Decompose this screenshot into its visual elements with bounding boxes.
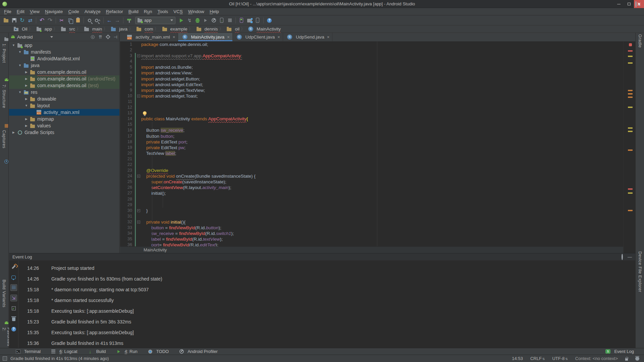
minimize-button[interactable] [614,0,624,8]
copy-icon[interactable] [66,16,74,24]
breadcrumb-item-oil[interactable]: oil [225,25,239,33]
fold-marker-icon[interactable]: − [137,175,140,178]
tree-item-activity-main-xml[interactable]: activity_main.xml [9,109,119,116]
settings-gear-icon[interactable] [106,35,110,39]
menu-navigate[interactable]: Navigate [42,8,65,15]
event-log-entry[interactable]: 15:23Gradle build finished in 5m 38s 332… [18,316,635,327]
undo-icon[interactable]: ↶ [38,16,46,24]
back-icon[interactable]: ← [105,16,113,24]
tree-collapse-arrow-icon[interactable]: ▶ [24,124,28,127]
project-view-selector[interactable]: Android [17,35,33,40]
lock-icon[interactable] [625,358,628,361]
menu-tools[interactable]: Tools [155,8,171,15]
save-icon[interactable] [10,16,18,24]
error-stripe-mark[interactable] [628,50,633,52]
debug-icon[interactable] [194,16,202,24]
event-log-entry[interactable]: 14:26Project setup started [18,263,635,274]
error-stripe-mark[interactable] [628,97,633,98]
build-hammer-icon[interactable] [125,16,133,24]
tree-item-drawable[interactable]: ▶drawable [9,96,119,102]
tree-item-com-example-dennis-oil[interactable]: ▶com.example.dennis.oil [9,69,119,75]
tree-collapse-arrow-icon[interactable]: ▶ [12,131,15,134]
hide-panel-icon[interactable]: ⊣ [114,35,117,40]
paste-icon[interactable] [74,16,82,24]
tree-expand-arrow-icon[interactable]: ▼ [18,64,22,67]
menu-help[interactable]: Help [207,8,222,15]
error-stripe-mark[interactable] [628,192,633,194]
clear-all-icon[interactable] [10,315,17,322]
breadcrumb-item-example[interactable]: example [161,25,187,33]
breadcrumb-item-oil[interactable]: Oil [12,25,28,33]
fold-marker-icon[interactable]: ⌐ [137,209,140,212]
event-log-entry[interactable]: 15:18* daemon not running; starting now … [18,284,635,295]
toolwindow-build-variants[interactable]: Build Variants [2,280,6,307]
error-stripe-mark[interactable] [628,90,633,91]
tree-expand-arrow-icon[interactable]: ▼ [24,104,28,107]
locate-file-icon[interactable] [91,35,95,39]
toolwindow-button-6-logcat[interactable]: 6: Logcat [49,348,77,356]
context-selector[interactable]: Context: <no context> [575,356,618,361]
close-tab-icon[interactable]: × [173,35,175,40]
search-everywhere-icon[interactable] [635,2,637,7]
menu-refactor[interactable]: Refactor [103,8,126,15]
close-tab-icon[interactable]: × [227,35,230,40]
error-stripe-mark[interactable] [628,188,633,190]
close-tab-icon[interactable]: × [327,35,330,40]
tree-item-com-example-dennis-oil[interactable]: ▶com.example.dennis.oil(androidTest) [9,75,119,82]
cut-icon[interactable]: ✂ [58,16,66,24]
sdk-manager-icon[interactable] [246,16,254,24]
menu-run[interactable]: Run [141,8,155,15]
toolwindow-device-file-explorer[interactable]: Device File Explorer [638,251,642,292]
tree-collapse-arrow-icon[interactable]: ▶ [24,117,28,121]
error-stripe-mark[interactable] [628,210,633,211]
menu-analyze[interactable]: Analyze [82,8,103,15]
toolwindow-button-build[interactable]: ↓Build [86,348,106,356]
profiler-icon[interactable] [210,16,218,24]
editor-breadcrumb[interactable]: MainActivity [120,246,623,253]
apply-changes-icon[interactable]: ↯ [185,16,194,24]
error-stripe-mark[interactable] [628,62,633,64]
tree-collapse-arrow-icon[interactable]: ▶ [24,84,28,87]
event-log-entry[interactable]: 15:18* daemon started successfully [18,295,635,306]
tab-udpsend-java[interactable]: CUdpSend.java× [283,33,332,41]
toolwindow-toggle-icon[interactable] [3,356,7,361]
tab-udpclient-java[interactable]: CUdpClient.java× [233,33,283,41]
breadcrumb-item-com[interactable]: com [135,25,153,33]
error-stripe-mark[interactable] [628,131,633,132]
toolwindow-captures[interactable]: Captures [2,130,6,148]
open-icon[interactable] [2,16,10,24]
menu-window[interactable]: Window [185,8,207,15]
line-ending-selector[interactable]: CRLF⇅ [530,356,545,361]
error-stripe-mark[interactable] [628,127,633,129]
help-icon[interactable]: ? [265,16,273,24]
toolwindow-button-4-run[interactable]: 4: Run [115,348,138,356]
menu-code[interactable]: Code [65,8,82,15]
breadcrumb-item-java[interactable]: java [109,25,127,33]
tree-item-layout[interactable]: ▼layout [9,102,119,109]
toolwindow-button-terminal[interactable]: >_Terminal [14,348,41,356]
help-icon[interactable]: ? [10,326,17,333]
toolwindow-button-event-log[interactable]: 1Event Log [604,348,634,356]
avd-manager-icon[interactable] [237,16,246,24]
device-file-explorer-icon[interactable]: ↓ [254,16,262,24]
error-stripe-mark[interactable] [628,107,633,108]
event-log-entry[interactable]: 15:36Gradle build finished in 41s 913ms [18,338,635,349]
breadcrumb-item-dennis[interactable]: dennis [195,25,218,33]
mark-all-read-icon[interactable]: ✓ [10,305,17,312]
breadcrumb-item-main[interactable]: main [83,25,102,33]
event-log-entry[interactable]: 14:26Gradle sync finished in 5s 830ms (f… [18,274,635,284]
sync2-icon[interactable]: ⇄ [26,16,34,24]
error-stripe-mark[interactable] [628,93,633,95]
run-configuration-select[interactable]: app [135,17,175,24]
encoding-selector[interactable]: UTF-8⇅ [552,356,568,361]
sync-icon[interactable]: ↻ [18,16,26,24]
find-icon[interactable] [86,16,94,24]
redo-icon[interactable]: ↷ [46,16,54,24]
forward-icon[interactable]: → [113,16,121,24]
breadcrumb-item-src[interactable]: src [59,25,75,33]
tree-item-values[interactable]: ▶values [9,122,119,129]
code-editor[interactable]: 1package com.example.dennis.oil;23import… [120,42,623,246]
tree-item-res[interactable]: ▼res [9,89,119,96]
error-stripe-mark[interactable] [628,56,633,57]
menu-vcs[interactable]: VCS [171,8,185,15]
